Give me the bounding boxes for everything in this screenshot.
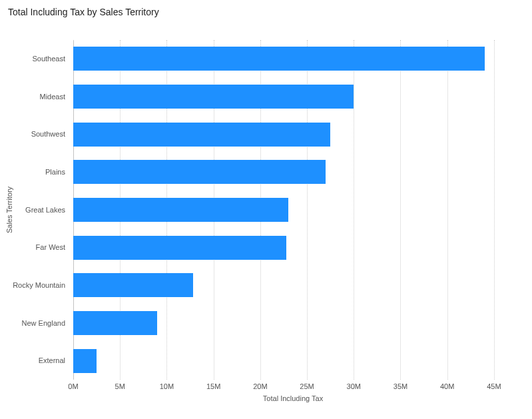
bar-row	[73, 191, 513, 229]
x-tick-label: 15M	[206, 382, 220, 390]
bar[interactable]	[73, 198, 288, 222]
x-tick-label: 25M	[300, 382, 314, 390]
bar-row	[73, 40, 513, 78]
bar-row	[73, 304, 513, 342]
y-tick-label: Far West	[0, 228, 69, 266]
bar-row	[73, 78, 513, 116]
bar[interactable]	[73, 85, 354, 109]
y-axis-labels: SoutheastMideastSouthwestPlainsGreat Lak…	[0, 40, 69, 380]
y-tick-label: Southeast	[0, 40, 69, 78]
x-axis-ticks: 0M5M10M15M20M25M30M35M40M45M	[73, 380, 513, 393]
bar[interactable]	[73, 236, 286, 260]
bar-row	[73, 115, 513, 153]
x-tick-label: 40M	[440, 382, 454, 390]
y-tick-label: New England	[0, 304, 69, 342]
x-tick-label: 5M	[115, 382, 125, 390]
bar[interactable]	[73, 349, 97, 373]
x-tick-label: 45M	[487, 382, 501, 390]
bars-layer	[73, 40, 513, 380]
bar[interactable]	[73, 123, 330, 147]
y-tick-label: External	[0, 342, 69, 380]
bar[interactable]	[73, 160, 326, 184]
chart-container: Sales Territory SoutheastMideastSouthwes…	[0, 27, 532, 419]
bar[interactable]	[73, 273, 193, 297]
x-tick-label: 0M	[68, 382, 78, 390]
bar-row	[73, 342, 513, 380]
y-tick-label: Southwest	[0, 115, 69, 153]
bar-row	[73, 228, 513, 266]
bar[interactable]	[73, 311, 157, 335]
y-tick-label: Mideast	[0, 78, 69, 116]
bar-row	[73, 266, 513, 304]
plot-area	[73, 40, 513, 380]
x-tick-label: 35M	[394, 382, 407, 390]
y-tick-label: Great Lakes	[0, 191, 69, 229]
x-axis-title: Total Including Tax	[73, 394, 513, 402]
bar-row	[73, 153, 513, 191]
y-tick-label: Rocky Mountain	[0, 266, 69, 304]
x-tick-label: 30M	[347, 382, 361, 390]
chart-title: Total Including Tax by Sales Territory	[0, 0, 532, 17]
bar[interactable]	[73, 47, 485, 71]
x-tick-label: 10M	[160, 382, 174, 390]
x-tick-label: 20M	[253, 382, 267, 390]
y-tick-label: Plains	[0, 153, 69, 191]
